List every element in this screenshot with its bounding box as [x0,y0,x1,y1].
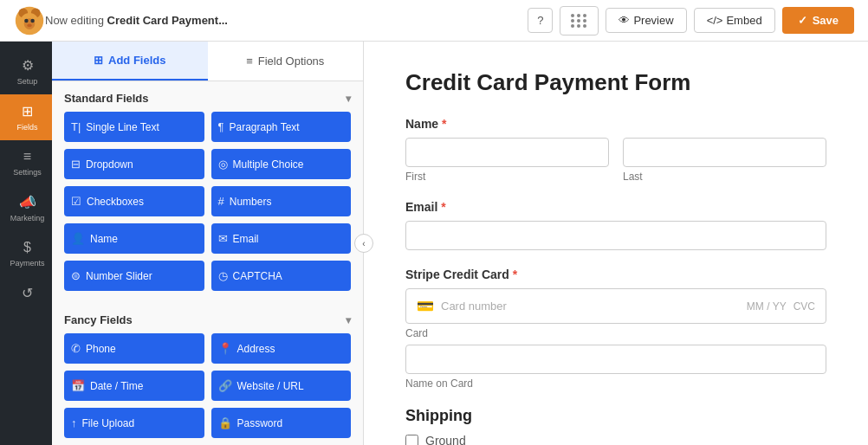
website-url-icon: 🔗 [218,379,232,392]
card-icon: 💳 [417,298,434,314]
embed-button[interactable]: </> Embed [694,8,775,33]
number-slider-icon: ⊜ [71,269,81,282]
sidebar-item-setup[interactable]: ⚙ Setup [0,48,52,94]
field-btn-captcha[interactable]: ◷ CAPTCHA [211,261,352,291]
tab-add-fields[interactable]: ⊞ Add Fields [52,42,208,81]
email-input[interactable] [405,221,826,250]
form-title: Credit Card Payment Form [405,69,826,96]
name-on-card-label: Name on Card [405,377,826,390]
mm-yy-label: MM / YY [747,300,787,313]
topbar: Now editing Credit Card Payment... ? 👁 P… [0,0,868,42]
field-btn-address[interactable]: 📍 Address [211,333,352,364]
form-field-name: Name * First Last [405,117,826,183]
name-row: First Last [405,138,826,183]
ground-checkbox[interactable] [405,435,418,446]
phone-icon: ✆ [71,342,81,355]
ground-label: Ground [425,434,466,445]
fields-panel: ⊞ Add Fields ≡ Field Options Standard Fi… [52,42,364,445]
captcha-icon: ◷ [218,269,228,282]
history-icon: ↺ [22,285,33,301]
first-name-label: First [405,171,609,183]
stripe-required-star: * [513,268,517,281]
svg-point-6 [30,18,35,23]
standard-fields-chevron[interactable]: ▾ [346,93,351,105]
field-btn-dropdown[interactable]: ⊟ Dropdown [64,149,204,179]
svg-point-5 [24,18,29,23]
field-btn-numbers[interactable]: # Numbers [211,186,352,216]
sidebar-nav: ⚙ Setup ⊞ Fields ≡ Settings 📣 Marketing … [0,42,52,445]
setup-icon: ⚙ [22,57,34,74]
card-type-label: Card [405,327,826,339]
form-field-stripe: Stripe Credit Card * 💳 Card number MM / … [405,268,826,390]
field-btn-checkboxes[interactable]: ☑ Checkboxes [64,186,204,216]
add-fields-icon: ⊞ [94,54,103,67]
field-btn-multiple-choice[interactable]: ◎ Multiple Choice [211,149,352,179]
field-btn-single-line-text[interactable]: T| Single Line Text [64,112,204,142]
field-btn-number-slider[interactable]: ⊜ Number Slider [64,261,204,291]
grid-menu-button[interactable] [560,6,599,35]
sidebar-item-marketing[interactable]: 📣 Marketing [0,185,52,231]
fields-icon: ⊞ [22,103,33,119]
field-btn-password[interactable]: 🔒 Password [211,408,352,438]
last-name-label: Last [623,171,826,183]
card-number-placeholder: Card number [441,300,740,313]
shipping-option-ground: Ground [405,434,826,445]
date-time-icon: 📅 [71,379,85,392]
single-line-text-icon: T| [71,120,81,133]
field-btn-date-time[interactable]: 📅 Date / Time [64,371,204,401]
sidebar-item-payments[interactable]: $ Payments [0,231,52,276]
numbers-icon: # [218,195,224,208]
collapse-panel-button[interactable]: ‹ [354,234,373,253]
email-field-label: Email * [405,200,826,214]
fancy-fields-header: Fancy Fields ▾ [52,303,363,333]
stripe-card-input[interactable]: 💳 Card number MM / YY CVC [405,288,826,324]
last-name-input[interactable] [623,138,826,167]
address-icon: 📍 [218,342,232,355]
field-btn-paragraph-text[interactable]: ¶ Paragraph Text [211,112,352,142]
shipping-section-title: Shipping [405,407,826,425]
app-logo [14,5,45,36]
field-btn-name[interactable]: 👤 Name [64,223,204,254]
first-name-col: First [405,138,609,183]
multiple-choice-icon: ◎ [218,158,228,171]
field-options-icon: ≡ [246,55,253,68]
fancy-fields-chevron[interactable]: ▾ [346,314,351,326]
sidebar-item-history[interactable]: ↺ [0,276,52,310]
first-name-input[interactable] [405,138,609,167]
paragraph-text-icon: ¶ [218,120,224,133]
code-icon: </> [707,14,723,27]
sidebar-item-settings[interactable]: ≡ Settings [0,140,52,185]
cvc-label: CVC [794,300,815,313]
name-icon: 👤 [71,232,85,245]
last-name-col: Last [623,138,826,183]
stripe-field-label: Stripe Credit Card * [405,268,826,281]
help-button[interactable]: ? [528,8,553,33]
save-button[interactable]: ✓ Save [782,7,854,34]
topbar-actions: ? 👁 Preview </> Embed ✓ Save [528,6,854,35]
name-field-label: Name * [405,117,826,131]
field-btn-phone[interactable]: ✆ Phone [64,333,204,364]
panel-tabs: ⊞ Add Fields ≡ Field Options [52,42,363,81]
preview-button[interactable]: 👁 Preview [606,8,686,33]
marketing-icon: 📣 [19,194,36,210]
topbar-title: Now editing Credit Card Payment... [45,14,528,27]
payments-icon: $ [23,240,31,255]
main-content: ⚙ Setup ⊞ Fields ≡ Settings 📣 Marketing … [0,42,868,445]
sidebar-item-fields[interactable]: ⊞ Fields [0,94,52,140]
name-on-card-input[interactable] [405,345,826,374]
fancy-fields-grid: ✆ Phone 📍 Address 📅 Date / Time 🔗 Websit… [52,333,363,445]
form-field-shipping: Shipping Ground [405,407,826,445]
standard-fields-header: Standard Fields ▾ [52,81,363,112]
checkmark-icon: ✓ [798,14,807,27]
eye-icon: 👁 [619,14,630,27]
field-btn-file-upload[interactable]: ↑ File Upload [64,408,204,438]
field-btn-email[interactable]: ✉ Email [211,223,352,254]
form-field-email: Email * [405,200,826,250]
tab-field-options[interactable]: ≡ Field Options [208,42,364,81]
checkboxes-icon: ☑ [71,195,81,208]
svg-point-7 [27,23,31,27]
field-btn-website-url[interactable]: 🔗 Website / URL [211,371,352,401]
standard-fields-grid: T| Single Line Text ¶ Paragraph Text ⊟ D… [52,112,363,303]
email-required-star: * [441,200,445,214]
form-preview: Credit Card Payment Form Name * First La… [364,42,868,445]
